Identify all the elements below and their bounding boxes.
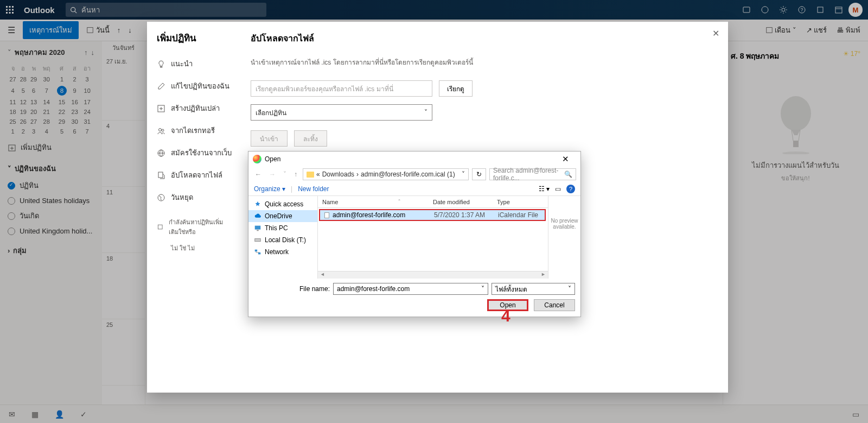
cloud-icon [254, 212, 261, 220]
svg-rect-40 [255, 226, 261, 230]
upload-desc: นำเข้าเหตุการณ์จากไฟล์ .ics โดยการลากมาท… [251, 57, 714, 67]
chevron-down-icon[interactable]: ˅ [462, 171, 465, 178]
filetype-select[interactable]: ไฟล์ทั้งหมด ˅ [492, 283, 575, 295]
calendar-select[interactable]: เลือกปฏิทิน ˅ [251, 104, 432, 121]
preview-pane: No preview available. [548, 196, 580, 279]
folder-icon [307, 172, 314, 178]
browse-button[interactable]: เรียกดู [439, 80, 473, 97]
svg-rect-37 [158, 172, 163, 178]
new-folder-button[interactable]: New folder [298, 185, 329, 193]
disk-icon [254, 236, 261, 244]
horizontal-scrollbar[interactable] [318, 271, 548, 279]
lightbulb-icon [157, 60, 165, 68]
filename-label: File name: [254, 285, 330, 293]
fdialog-side-item[interactable]: OneDrive [248, 210, 317, 222]
modal-nav-item[interactable]: อัปโหลดจากไฟล์ [147, 164, 242, 186]
forward-icon[interactable]: → [267, 171, 278, 178]
people-icon [157, 127, 165, 135]
plus-square-icon [157, 104, 165, 113]
modal-hint: กำลังค้นหาปฏิทินเพิ่มเติมใช่หรือ [147, 209, 242, 242]
file-row[interactable]: admin@forest-forlife.com 5/7/2020 1:37 A… [319, 209, 546, 221]
col-type-header[interactable]: Type [497, 199, 548, 205]
svg-rect-43 [255, 250, 257, 252]
col-date-header[interactable]: Date modified [433, 199, 497, 205]
modal-nav-item[interactable]: วันหยุด [147, 186, 242, 209]
path-bar[interactable]: « Downloads › admin@forest-forlife.com.i… [303, 168, 469, 180]
fdialog-title: Open [265, 155, 280, 163]
filename-input[interactable]: admin@forest-forlife.com ˅ [333, 283, 488, 295]
help-icon[interactable]: ? [566, 185, 575, 193]
modal-nav-item[interactable]: สร้างปฏิทินเปล่า [147, 97, 242, 119]
recent-icon[interactable]: ˅ [281, 171, 289, 178]
svg-rect-39 [158, 225, 162, 229]
discard-button[interactable]: ละทิ้ง [294, 130, 327, 147]
import-button[interactable]: นำเข้า [251, 130, 288, 147]
fdialog-side-item[interactable]: Quick access [248, 198, 317, 210]
fdialog-side-item[interactable]: This PC [248, 222, 317, 234]
close-icon[interactable]: ✕ [712, 28, 719, 39]
earth-icon [157, 193, 165, 202]
fdialog-search[interactable]: Search admin@forest-forlife.c... 🔍 [489, 168, 576, 180]
modal-nav-item[interactable]: แก้ไขปฏิทินของฉัน [147, 75, 242, 97]
svg-rect-42 [255, 238, 261, 241]
file-open-dialog: Open ✕ ← → ˅ ↑ « Downloads › admin@fores… [248, 151, 581, 317]
svg-point-32 [159, 128, 162, 131]
svg-rect-44 [258, 252, 260, 255]
svg-rect-41 [257, 230, 259, 231]
monitor-icon [254, 224, 261, 232]
fdialog-side-item[interactable]: Local Disk (T:) [248, 234, 317, 246]
network-icon [254, 248, 261, 256]
modal-nav-item[interactable]: แนะนำ [147, 53, 242, 75]
star-icon [254, 200, 261, 208]
upload-icon [157, 171, 165, 180]
chrome-icon [253, 155, 261, 163]
organize-button[interactable]: Organize ▾ [254, 185, 285, 193]
up-icon[interactable]: ↑ [292, 171, 299, 178]
svg-rect-45 [324, 212, 329, 218]
svg-point-33 [162, 129, 164, 131]
view-options-icon[interactable]: ☷ ▾ [539, 185, 550, 193]
chevron-down-icon: ˅ [424, 109, 427, 116]
file-drop-input[interactable]: เรียกดูคอมพิวเตอร์ของคุณหรือลากไฟล์ .ics… [251, 80, 432, 97]
chevron-down-icon[interactable]: ˅ [481, 285, 484, 293]
back-icon[interactable]: ← [253, 171, 264, 178]
modal-hint-opts[interactable]: ไม่ ใช่ ไม่ [147, 242, 242, 253]
cancel-button[interactable]: Cancel [534, 299, 575, 311]
col-name-header[interactable]: Name [322, 199, 338, 205]
search-icon: 🔍 [564, 171, 572, 178]
preview-pane-icon[interactable]: ▭ [555, 185, 561, 193]
annotation-4: 4 [501, 307, 510, 325]
upload-title: อัปโหลดจากไฟล์ [251, 31, 714, 45]
fdialog-side-item[interactable]: Network [248, 246, 317, 258]
modal-nav-item[interactable]: จากไดเรกทอรี [147, 119, 242, 142]
globe-icon [157, 149, 165, 157]
modal-title: เพิ่มปฏิทิน [147, 30, 242, 53]
edit-icon [157, 82, 165, 91]
refresh-icon[interactable]: ↻ [472, 168, 486, 180]
fdialog-close-icon[interactable]: ✕ [554, 154, 576, 164]
chevron-down-icon[interactable]: ˅ [568, 285, 571, 293]
modal-nav-item[interactable]: สมัครใช้งานจากเว็บ [147, 142, 242, 164]
